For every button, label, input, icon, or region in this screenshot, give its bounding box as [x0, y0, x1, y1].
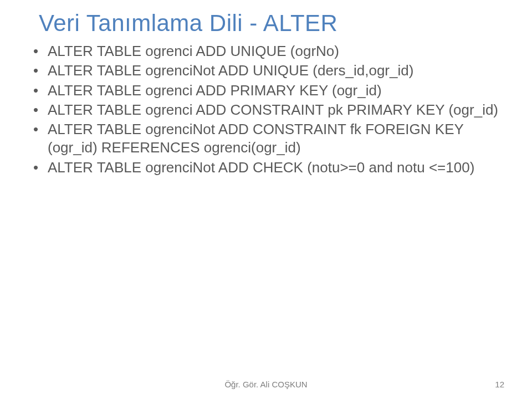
- page-title: Veri Tanımlama Dili - ALTER: [39, 10, 510, 37]
- bullet-list: ALTER TABLE ogrenci ADD UNIQUE (ogrNo) A…: [22, 42, 510, 177]
- footer-author: Öğr. Gör. Ali COŞKUN: [224, 380, 307, 389]
- footer: Öğr. Gör. Ali COŞKUN: [0, 380, 532, 389]
- list-item: ALTER TABLE ogrenciNot ADD CONSTRAINT fk…: [33, 120, 510, 157]
- list-item: ALTER TABLE ogrenci ADD PRIMARY KEY (ogr…: [33, 81, 510, 100]
- list-item: ALTER TABLE ogrenci ADD UNIQUE (ogrNo): [33, 42, 510, 60]
- list-item: ALTER TABLE ogrenciNot ADD CHECK (notu>=…: [33, 158, 510, 177]
- page-number: 12: [495, 380, 504, 389]
- slide: Veri Tanımlama Dili - ALTER ALTER TABLE …: [0, 0, 532, 399]
- list-item: ALTER TABLE ogrenci ADD CONSTRAINT pk PR…: [33, 101, 510, 119]
- list-item: ALTER TABLE ogrenciNot ADD UNIQUE (ders_…: [33, 62, 510, 80]
